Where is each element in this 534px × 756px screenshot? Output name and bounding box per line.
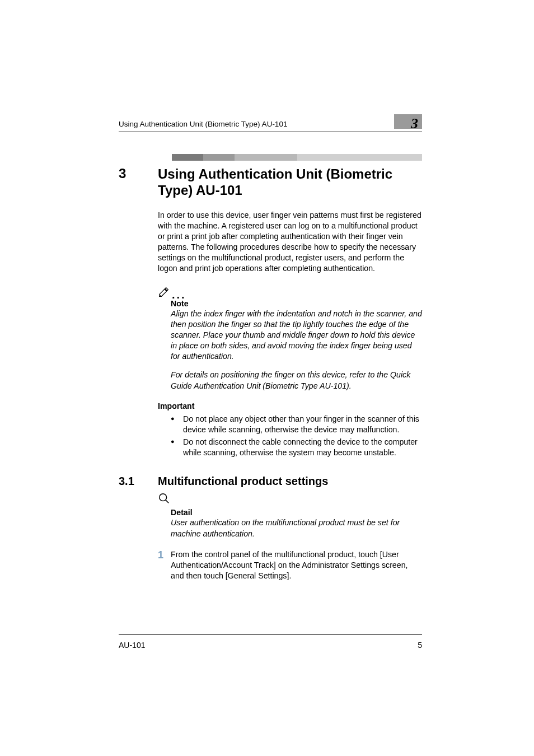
note-paragraph-1: Align the index finger with the indentat… bbox=[171, 309, 422, 362]
important-list: Do not place any object other than your … bbox=[171, 414, 422, 459]
section-title: Multifunctional product settings bbox=[158, 475, 328, 488]
header-rule bbox=[119, 132, 422, 132]
chapter-title-text: Using Authentication Unit (Biometric Typ… bbox=[158, 166, 422, 199]
detail-icon bbox=[158, 492, 422, 507]
intro-paragraph: In order to use this device, user finger… bbox=[158, 210, 422, 274]
pencil-icon bbox=[158, 286, 170, 298]
chapter-title: 3 Using Authentication Unit (Biometric T… bbox=[119, 166, 422, 199]
footer-page-number: 5 bbox=[418, 641, 422, 650]
note-icon: ... bbox=[158, 286, 422, 298]
running-title: Using Authentication Unit (Biometric Typ… bbox=[119, 120, 287, 128]
magnifier-icon bbox=[158, 492, 170, 505]
running-header: Using Authentication Unit (Biometric Typ… bbox=[119, 119, 422, 134]
footer-rule bbox=[119, 634, 422, 635]
list-item: Do not disconnect the cable connecting t… bbox=[171, 437, 422, 458]
section-heading: 3.1 Multifunctional product settings bbox=[119, 475, 422, 488]
step-number: 1 bbox=[119, 549, 171, 560]
note-heading: Note bbox=[171, 299, 422, 308]
detail-body: User authentication on the multifunction… bbox=[171, 517, 422, 539]
ellipsis-icon: ... bbox=[172, 292, 186, 298]
list-item: Do not place any object other than your … bbox=[171, 414, 422, 435]
step-text: From the control panel of the multifunct… bbox=[171, 549, 422, 582]
section-number: 3.1 bbox=[119, 475, 158, 488]
important-heading: Important bbox=[158, 402, 422, 410]
chapter-badge-number: 3 bbox=[411, 115, 418, 132]
svg-point-0 bbox=[160, 494, 167, 501]
footer-model: AU-101 bbox=[119, 641, 145, 650]
note-paragraph-2: For details on positioning the finger on… bbox=[171, 370, 422, 391]
section-divider-bar bbox=[119, 154, 422, 161]
step-1: 1 From the control panel of the multifun… bbox=[119, 549, 422, 582]
detail-heading: Detail bbox=[171, 508, 422, 517]
chapter-number: 3 bbox=[119, 166, 158, 181]
svg-line-1 bbox=[166, 500, 169, 503]
page-footer: AU-101 5 bbox=[119, 641, 422, 650]
